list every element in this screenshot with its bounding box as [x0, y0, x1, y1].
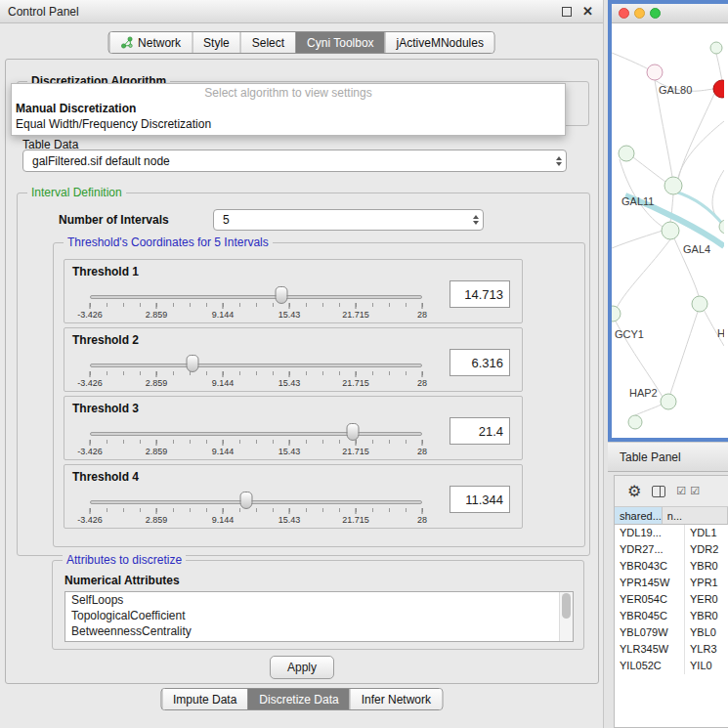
window-zoom-icon[interactable] [650, 8, 661, 19]
top-tab[interactable]: Style [192, 32, 240, 53]
tick-label: -3.426 [77, 447, 103, 456]
tick-mark [156, 508, 157, 514]
slider-tick-labels: -3.426 2.859 9.144 [90, 328, 422, 393]
table-cell: YER054C [615, 591, 685, 608]
threshold-value-field[interactable]: 11.344 [450, 486, 510, 513]
list-scrollbar[interactable] [559, 592, 573, 641]
threshold-slider[interactable]: -3.426 2.859 9.144 [90, 397, 422, 461]
threshold-list: Threshold 1 -3.426 [64, 259, 523, 533]
threshold-value-field[interactable]: 21.4 [450, 417, 510, 445]
tick-mark [422, 440, 423, 446]
slider-thumb[interactable] [239, 492, 252, 509]
tick-label: 15.43 [278, 447, 301, 456]
table-row[interactable]: YIL052C YIL0 [615, 658, 728, 674]
thresholds-group-title: Threshold's Coordinates for 5 Intervals [64, 236, 273, 249]
network-node-label: GCY1 [615, 328, 644, 340]
table-cell: YPR1 [685, 575, 728, 591]
tick-mark [156, 303, 157, 309]
number-of-intervals-label: Number of Intervals [59, 213, 169, 227]
combo-stepper-icon [551, 150, 566, 171]
network-node[interactable] [619, 146, 634, 161]
network-node[interactable] [710, 42, 722, 54]
control-panel: Control Panel ✕ Network Style Select [0, 0, 604, 728]
tick-mark [90, 303, 91, 309]
table-cell: YBL0 [685, 624, 728, 641]
table-row[interactable]: YDL19... YDL1 [615, 525, 728, 541]
window-close-icon[interactable] [619, 8, 629, 19]
interval-definition-group: Interval Definition Number of Intervals … [17, 193, 590, 556]
tick-label: 2.859 [146, 378, 168, 388]
network-node[interactable] [664, 177, 682, 194]
table-cell: YIL0 [685, 658, 728, 674]
tick-mark [422, 508, 423, 514]
tick-mark [356, 303, 357, 309]
network-node[interactable] [661, 394, 676, 409]
gear-icon[interactable]: ⚙ [627, 484, 641, 499]
top-tab[interactable]: Network [108, 32, 192, 53]
number-of-intervals-combo[interactable]: 5 [213, 209, 484, 231]
table-data-combo[interactable]: galFiltered.sif default node [22, 150, 567, 172]
threshold-slider[interactable]: -3.426 2.859 9.144 [90, 328, 422, 393]
network-node[interactable] [662, 222, 679, 239]
table-row[interactable]: YDR27... YDR2 [615, 541, 728, 558]
table-column-header[interactable]: n... [663, 507, 728, 525]
bottom-tab[interactable]: Infer Network [350, 689, 442, 709]
table-cell: YER0 [685, 591, 728, 608]
attribute-list-item[interactable]: TopologicalCoefficient [65, 608, 573, 623]
slider-thumb[interactable] [187, 355, 199, 372]
top-tab[interactable]: jActiveMNodules [385, 32, 494, 53]
apply-button[interactable]: Apply [270, 656, 334, 679]
slider-thumb[interactable] [346, 423, 359, 441]
threshold-slider[interactable]: -3.426 2.859 9.144 [90, 465, 422, 530]
table-row[interactable]: YBL079W YBL0 [615, 624, 728, 641]
table-row[interactable]: YBR043C YBR0 [615, 558, 728, 575]
tick-mark [156, 440, 157, 446]
table-row[interactable]: YLR345W YLR3 [615, 641, 728, 658]
table-cell: YLR3 [685, 641, 728, 658]
tick-label: 28 [417, 378, 427, 388]
attribute-list-item[interactable]: SelfLoops [65, 592, 573, 608]
network-node[interactable] [692, 296, 707, 312]
threshold-slider[interactable]: -3.426 2.859 9.144 [90, 260, 422, 324]
top-tab[interactable]: Cyni Toolbox [295, 32, 384, 53]
scrollbar-thumb[interactable] [562, 593, 571, 619]
float-window-button[interactable] [562, 7, 573, 18]
table-row[interactable]: YPR145W YPR1 [615, 575, 728, 591]
table-row[interactable]: YBR045C YBR0 [615, 608, 728, 624]
table-toolbar: ⚙ ☑ ☑ [615, 476, 728, 507]
table-column-header[interactable]: shared... [615, 507, 663, 525]
table-cell: YPR145W [615, 575, 685, 591]
network-icon [120, 36, 133, 49]
network-node[interactable] [647, 64, 663, 80]
slider-thumb[interactable] [276, 286, 288, 304]
window-minimize-icon[interactable] [634, 8, 645, 19]
bottom-tab[interactable]: Discretize Data [247, 689, 349, 709]
algorithm-option[interactable]: Manual Discretization [12, 101, 565, 116]
network-canvas[interactable]: GAL80 GAL11 GAL4 GCY1 HAP2 H... [612, 23, 724, 438]
select-all-checkbox-icon[interactable]: ☑ [676, 486, 686, 496]
attribute-list-item[interactable]: BetweennessCentrality [65, 623, 573, 639]
threshold-block: Threshold 2 -3.426 [64, 327, 523, 392]
network-node[interactable] [628, 415, 642, 429]
network-node[interactable] [612, 306, 621, 321]
network-node-selected[interactable] [713, 80, 724, 98]
column-selector-icon[interactable] [652, 486, 665, 497]
tick-label: 9.144 [212, 515, 235, 525]
table-header-row: shared... n... [615, 507, 728, 525]
tick-mark [223, 440, 224, 446]
tick-mark [90, 371, 91, 377]
tab-label: Style [203, 36, 230, 50]
bottom-tab[interactable]: Impute Data [161, 689, 247, 709]
algorithm-option[interactable]: Equal Width/Frequency Discretization [12, 116, 565, 132]
table-cell: YDR2 [685, 541, 728, 558]
interval-definition-title: Interval Definition [27, 186, 126, 199]
table-cell: YBL079W [615, 624, 685, 641]
table-row[interactable]: YER054C YER0 [615, 591, 728, 608]
control-panel-body: Discretization Algorithm Select algorith… [5, 59, 599, 684]
network-window-titlebar [612, 4, 728, 23]
threshold-value-field[interactable]: 14.713 [450, 280, 510, 308]
select-none-checkbox-icon[interactable]: ☑ [690, 486, 700, 496]
threshold-value-field[interactable]: 6.316 [450, 349, 510, 376]
top-tab[interactable]: Select [240, 32, 295, 53]
close-button[interactable]: ✕ [582, 4, 593, 19]
